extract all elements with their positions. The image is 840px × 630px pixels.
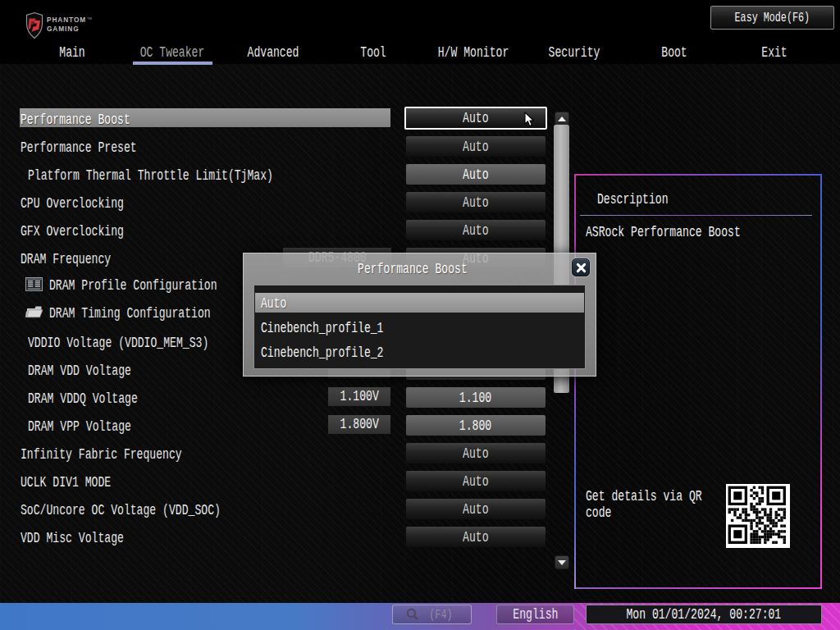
svg-text:TM: TM [87,16,93,21]
svg-text:GAMING: GAMING [47,25,80,33]
svg-text:PHANTOM: PHANTOM [47,16,86,24]
